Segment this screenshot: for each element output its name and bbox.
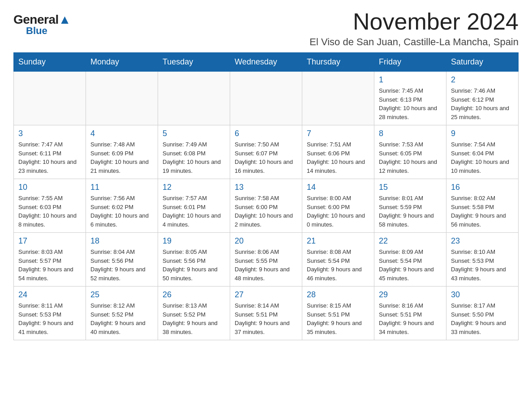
day-info: Sunrise: 8:10 AMSunset: 5:53 PMDaylight:… (451, 248, 514, 283)
table-row: 4Sunrise: 7:48 AMSunset: 6:09 PMDaylight… (86, 125, 158, 179)
day-number: 12 (163, 183, 225, 192)
day-number: 15 (379, 183, 442, 192)
logo-blue-text: Blue (26, 25, 47, 37)
page-title: November 2024 (309, 9, 519, 34)
header-row: Sunday Monday Tuesday Wednesday Thursday… (14, 53, 519, 72)
table-row: 14Sunrise: 8:00 AMSunset: 6:00 PMDayligh… (302, 179, 374, 233)
day-info: Sunrise: 8:02 AMSunset: 5:58 PMDaylight:… (451, 194, 514, 229)
day-info: Sunrise: 8:05 AMSunset: 5:56 PMDaylight:… (163, 248, 225, 283)
day-number: 3 (18, 129, 81, 138)
table-row: 21Sunrise: 8:08 AMSunset: 5:54 PMDayligh… (302, 233, 374, 287)
table-row: 26Sunrise: 8:13 AMSunset: 5:52 PMDayligh… (158, 287, 230, 340)
day-info: Sunrise: 7:57 AMSunset: 6:01 PMDaylight:… (163, 194, 225, 229)
day-info: Sunrise: 8:17 AMSunset: 5:50 PMDaylight:… (451, 301, 514, 336)
table-row: 24Sunrise: 8:11 AMSunset: 5:53 PMDayligh… (14, 287, 86, 340)
col-tuesday: Tuesday (158, 53, 230, 72)
table-row: 28Sunrise: 8:15 AMSunset: 5:51 PMDayligh… (302, 287, 374, 340)
table-row (86, 72, 158, 125)
table-row: 10Sunrise: 7:55 AMSunset: 6:03 PMDayligh… (14, 179, 86, 233)
day-info: Sunrise: 7:48 AMSunset: 6:09 PMDaylight:… (90, 140, 153, 175)
day-info: Sunrise: 8:13 AMSunset: 5:52 PMDaylight:… (163, 301, 225, 336)
table-row: 11Sunrise: 7:56 AMSunset: 6:02 PMDayligh… (86, 179, 158, 233)
logo-general-text: General▲ (13, 13, 71, 26)
day-info: Sunrise: 7:55 AMSunset: 6:03 PMDaylight:… (18, 194, 81, 229)
day-info: Sunrise: 8:11 AMSunset: 5:53 PMDaylight:… (18, 301, 81, 336)
day-info: Sunrise: 7:54 AMSunset: 6:04 PMDaylight:… (451, 140, 514, 175)
day-number: 18 (90, 236, 153, 246)
day-number: 8 (379, 129, 442, 138)
table-row: 18Sunrise: 8:04 AMSunset: 5:56 PMDayligh… (86, 233, 158, 287)
day-info: Sunrise: 8:16 AMSunset: 5:51 PMDaylight:… (379, 301, 442, 336)
day-number: 20 (235, 236, 297, 246)
col-saturday: Saturday (446, 53, 519, 72)
day-number: 30 (451, 290, 514, 300)
table-row: 29Sunrise: 8:16 AMSunset: 5:51 PMDayligh… (374, 287, 446, 340)
day-info: Sunrise: 7:58 AMSunset: 6:00 PMDaylight:… (235, 194, 297, 229)
day-number: 6 (235, 129, 297, 138)
table-row: 7Sunrise: 7:51 AMSunset: 6:06 PMDaylight… (302, 125, 374, 179)
table-row: 22Sunrise: 8:09 AMSunset: 5:54 PMDayligh… (374, 233, 446, 287)
day-number: 16 (451, 183, 514, 192)
title-area: November 2024 El Viso de San Juan, Casti… (309, 9, 519, 48)
table-row: 2Sunrise: 7:46 AMSunset: 6:12 PMDaylight… (446, 72, 519, 125)
day-info: Sunrise: 7:49 AMSunset: 6:08 PMDaylight:… (163, 140, 225, 175)
table-row: 17Sunrise: 8:03 AMSunset: 5:57 PMDayligh… (14, 233, 86, 287)
calendar-week-row: 3Sunrise: 7:47 AMSunset: 6:11 PMDaylight… (14, 125, 519, 179)
calendar-week-row: 17Sunrise: 8:03 AMSunset: 5:57 PMDayligh… (14, 233, 519, 287)
table-row (158, 72, 230, 125)
day-info: Sunrise: 8:04 AMSunset: 5:56 PMDaylight:… (90, 248, 153, 283)
day-info: Sunrise: 7:50 AMSunset: 6:07 PMDaylight:… (235, 140, 297, 175)
table-row: 3Sunrise: 7:47 AMSunset: 6:11 PMDaylight… (14, 125, 86, 179)
day-info: Sunrise: 7:45 AMSunset: 6:13 PMDaylight:… (379, 86, 442, 121)
logo: General▲ Blue (13, 13, 71, 37)
day-number: 26 (163, 290, 225, 300)
day-info: Sunrise: 7:53 AMSunset: 6:05 PMDaylight:… (379, 140, 442, 175)
logo-triangle-icon: ▲ (59, 13, 71, 26)
calendar-header: Sunday Monday Tuesday Wednesday Thursday… (14, 53, 519, 72)
day-info: Sunrise: 7:46 AMSunset: 6:12 PMDaylight:… (451, 86, 514, 121)
day-number: 4 (90, 129, 153, 138)
table-row: 9Sunrise: 7:54 AMSunset: 6:04 PMDaylight… (446, 125, 519, 179)
table-row: 12Sunrise: 7:57 AMSunset: 6:01 PMDayligh… (158, 179, 230, 233)
day-info: Sunrise: 8:14 AMSunset: 5:51 PMDaylight:… (235, 301, 297, 336)
day-number: 27 (235, 290, 297, 300)
day-number: 1 (379, 75, 442, 85)
day-info: Sunrise: 7:47 AMSunset: 6:11 PMDaylight:… (18, 140, 81, 175)
day-info: Sunrise: 7:51 AMSunset: 6:06 PMDaylight:… (307, 140, 369, 175)
day-number: 23 (451, 236, 514, 246)
calendar-table: Sunday Monday Tuesday Wednesday Thursday… (13, 52, 519, 340)
day-number: 10 (18, 183, 81, 192)
day-info: Sunrise: 8:12 AMSunset: 5:52 PMDaylight:… (90, 301, 153, 336)
day-info: Sunrise: 7:56 AMSunset: 6:02 PMDaylight:… (90, 194, 153, 229)
col-monday: Monday (86, 53, 158, 72)
day-number: 7 (307, 129, 369, 138)
calendar-week-row: 1Sunrise: 7:45 AMSunset: 6:13 PMDaylight… (14, 72, 519, 125)
day-number: 29 (379, 290, 442, 300)
day-info: Sunrise: 8:08 AMSunset: 5:54 PMDaylight:… (307, 248, 369, 283)
day-info: Sunrise: 8:09 AMSunset: 5:54 PMDaylight:… (379, 248, 442, 283)
day-number: 22 (379, 236, 442, 246)
table-row (14, 72, 86, 125)
table-row: 19Sunrise: 8:05 AMSunset: 5:56 PMDayligh… (158, 233, 230, 287)
day-number: 19 (163, 236, 225, 246)
day-info: Sunrise: 8:15 AMSunset: 5:51 PMDaylight:… (307, 301, 369, 336)
day-info: Sunrise: 8:06 AMSunset: 5:55 PMDaylight:… (235, 248, 297, 283)
day-number: 28 (307, 290, 369, 300)
day-number: 17 (18, 236, 81, 246)
table-row (302, 72, 374, 125)
table-row: 20Sunrise: 8:06 AMSunset: 5:55 PMDayligh… (230, 233, 302, 287)
calendar-body: 1Sunrise: 7:45 AMSunset: 6:13 PMDaylight… (14, 72, 519, 340)
table-row: 16Sunrise: 8:02 AMSunset: 5:58 PMDayligh… (446, 179, 519, 233)
day-number: 24 (18, 290, 81, 300)
table-row: 5Sunrise: 7:49 AMSunset: 6:08 PMDaylight… (158, 125, 230, 179)
day-info: Sunrise: 8:00 AMSunset: 6:00 PMDaylight:… (307, 194, 369, 229)
col-sunday: Sunday (14, 53, 86, 72)
table-row: 1Sunrise: 7:45 AMSunset: 6:13 PMDaylight… (374, 72, 446, 125)
table-row: 15Sunrise: 8:01 AMSunset: 5:59 PMDayligh… (374, 179, 446, 233)
table-row: 27Sunrise: 8:14 AMSunset: 5:51 PMDayligh… (230, 287, 302, 340)
table-row: 8Sunrise: 7:53 AMSunset: 6:05 PMDaylight… (374, 125, 446, 179)
day-number: 5 (163, 129, 225, 138)
page-subtitle: El Viso de San Juan, Castille-La Mancha,… (309, 36, 519, 48)
table-row: 13Sunrise: 7:58 AMSunset: 6:00 PMDayligh… (230, 179, 302, 233)
day-info: Sunrise: 8:01 AMSunset: 5:59 PMDaylight:… (379, 194, 442, 229)
